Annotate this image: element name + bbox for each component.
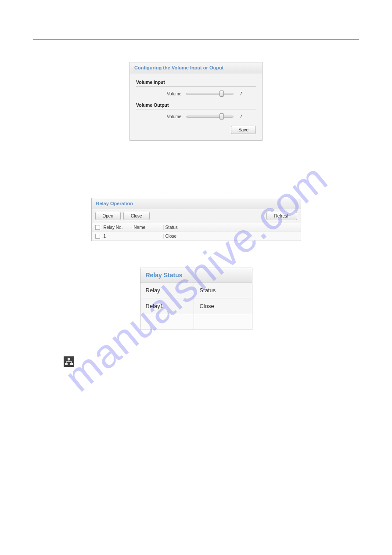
volume-output-row: Volume: 7 bbox=[167, 114, 256, 119]
volume-output-label: Volume: bbox=[167, 114, 183, 119]
col-name: Name bbox=[132, 225, 162, 230]
refresh-button[interactable]: Refresh bbox=[266, 212, 297, 220]
table-row: 1 Close bbox=[92, 232, 301, 241]
volume-input-label: Volume: bbox=[167, 91, 183, 96]
save-button[interactable]: Save bbox=[231, 126, 256, 134]
col-relay-no: Relay No. bbox=[104, 225, 130, 230]
table-row: Relay1 Close bbox=[140, 298, 252, 314]
relay-status-header-row: Relay Status bbox=[140, 283, 252, 298]
volume-input-section: Volume Input bbox=[136, 80, 256, 87]
relay-operation-panel: Relay Operation Open Close Refresh Relay… bbox=[91, 198, 301, 241]
relay-op-header-row: Relay No. Name Status bbox=[92, 223, 301, 232]
cell-status: Close bbox=[194, 298, 252, 314]
row-checkbox[interactable] bbox=[95, 234, 100, 239]
cell-relay-no: 1 bbox=[104, 234, 130, 239]
volume-output-value: 7 bbox=[240, 114, 242, 119]
volume-input-value: 7 bbox=[240, 91, 242, 96]
svg-rect-0 bbox=[68, 358, 70, 360]
col-relay: Relay bbox=[140, 283, 194, 298]
volume-input-slider[interactable] bbox=[186, 91, 234, 96]
col-status: Status bbox=[163, 225, 297, 230]
volume-input-row: Volume: 7 bbox=[167, 91, 256, 96]
relay-status-title: Relay Status bbox=[140, 268, 252, 283]
relay-operation-toolbar: Open Close Refresh bbox=[92, 209, 301, 223]
col-status: Status bbox=[194, 283, 252, 298]
volume-output-slider[interactable] bbox=[186, 114, 234, 119]
empty-row bbox=[140, 314, 252, 330]
close-button[interactable]: Close bbox=[123, 212, 150, 220]
network-icon bbox=[64, 356, 74, 367]
top-rule bbox=[33, 40, 359, 40]
open-button[interactable]: Open bbox=[95, 212, 121, 220]
volume-output-section: Volume Output bbox=[136, 102, 256, 109]
svg-rect-2 bbox=[70, 363, 73, 365]
relay-status-panel: Relay Status Relay Status Relay1 Close bbox=[140, 268, 252, 330]
cell-relay: Relay1 bbox=[140, 298, 194, 314]
select-all-checkbox[interactable] bbox=[95, 225, 100, 230]
volume-panel: Configuring the Volume Input or Ouput Vo… bbox=[129, 62, 263, 141]
svg-rect-1 bbox=[65, 363, 68, 365]
volume-panel-title: Configuring the Volume Input or Ouput bbox=[130, 62, 262, 73]
relay-operation-title: Relay Operation bbox=[92, 198, 301, 209]
cell-status: Close bbox=[163, 234, 297, 239]
